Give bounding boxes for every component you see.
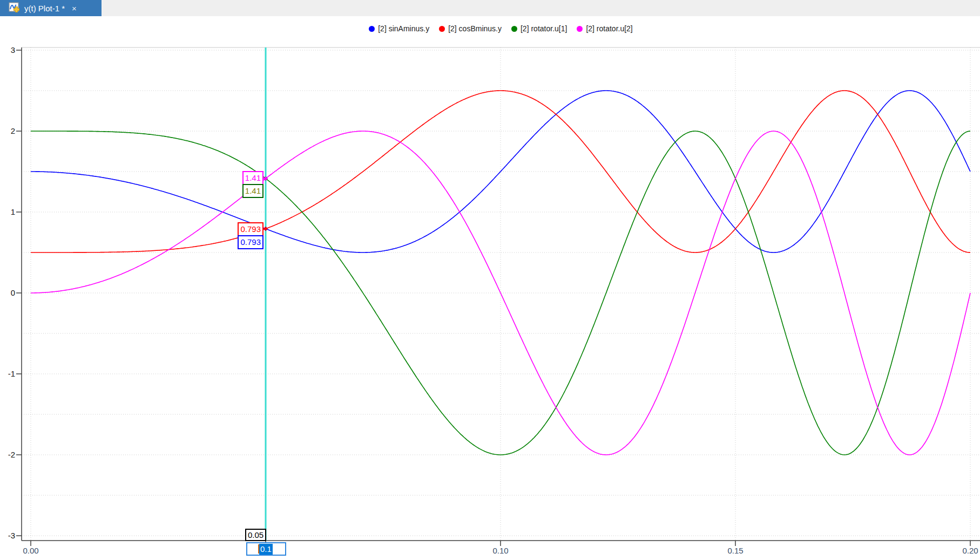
cursor-marker (263, 227, 268, 231)
x-tick-label: 0.20 (961, 546, 979, 555)
cursor-value-label: 0.793 (238, 222, 263, 236)
x-tick-label: 0.10 (491, 546, 510, 555)
plot-window: y(t) Plot-1 * × [2] sinAminus.y[2] cosBm… (0, 0, 980, 560)
cursor-value-label: 0.793 (238, 235, 263, 249)
cursor-time-input[interactable]: 0.1 (246, 542, 286, 556)
y-tick-label: -1 (1, 369, 15, 378)
y-tick-label: -3 (1, 531, 15, 540)
cursor-value-label: 1.41 (242, 171, 263, 185)
cursor-time-label: 0.05 (245, 529, 266, 541)
y-tick-label: 1 (1, 207, 15, 216)
y-tick-label: 0 (1, 288, 15, 297)
x-tick-label: 0.00 (22, 546, 40, 555)
plot-canvas[interactable] (0, 0, 980, 560)
x-tick-label: 0.15 (726, 546, 745, 555)
selected-text: 0.1 (259, 544, 273, 555)
y-tick-label: -2 (1, 450, 15, 459)
y-tick-label: 3 (1, 45, 15, 54)
y-tick-label: 2 (1, 126, 15, 135)
cursor-value-label: 1.41 (242, 184, 263, 198)
